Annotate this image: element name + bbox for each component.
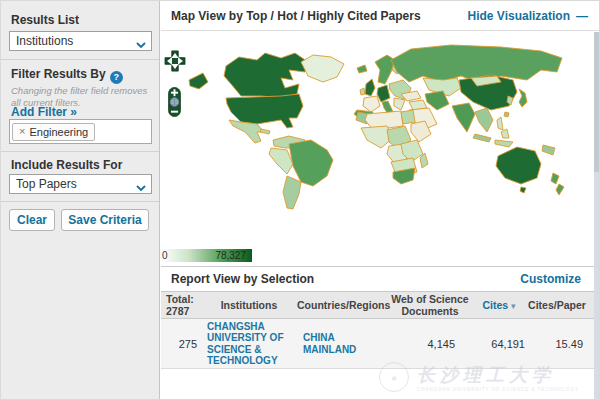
map-region-new-zealand-south[interactable]: [556, 184, 564, 195]
map-region-egypt[interactable]: [401, 110, 415, 124]
map-region-balkans[interactable]: [394, 98, 405, 110]
map-color-legend: 0 78,327: [161, 249, 252, 262]
map-region-greenland[interactable]: [301, 55, 344, 82]
results-list-selected: Institutions: [16, 34, 73, 48]
world-map[interactable]: [161, 32, 595, 265]
help-icon[interactable]: ?: [110, 71, 123, 84]
column-countries-regions: Countries/Regions: [297, 299, 389, 311]
include-results-select[interactable]: Top Papers: [9, 174, 152, 194]
map-region-papua-new-guinea[interactable]: [542, 145, 555, 155]
map-region-france[interactable]: [363, 96, 380, 112]
sidebar-divider: [1, 151, 159, 152]
map-region-russia[interactable]: [391, 45, 562, 82]
visualization-title: Map View by Top / Hot / Highly Cited Pap…: [171, 9, 421, 23]
map-region-peru[interactable]: [269, 148, 293, 174]
map-region-malaysia[interactable]: [473, 134, 491, 142]
visualization-header: Map View by Top / Hot / Highly Cited Pap…: [161, 1, 600, 31]
results-list-select[interactable]: Institutions: [9, 31, 152, 51]
sidebar-divider: [1, 201, 159, 202]
map-region-taiwan[interactable]: [504, 112, 509, 117]
results-table-header: Total: 2787 Institutions Countries/Regio…: [161, 291, 595, 319]
row-cites-per-paper: 15.49: [527, 338, 595, 350]
map-region-new-zealand-north[interactable]: [551, 173, 559, 184]
map-region-japan[interactable]: [519, 89, 527, 107]
legend-max-value: 78,327: [215, 250, 246, 261]
map-region-philippines[interactable]: [497, 117, 503, 130]
table-row: 275 CHANGSHA UNIVERSITY OF SCIENCE & TEC…: [161, 319, 595, 369]
map-region-brazil[interactable]: [289, 140, 333, 186]
map-region-uk[interactable]: [365, 79, 375, 96]
column-total: Total: 2787: [161, 293, 201, 317]
sidebar-divider: [1, 59, 159, 60]
filter-tag-label: Engineering: [29, 126, 88, 138]
map-region-cuba[interactable]: [260, 129, 270, 134]
map-region-tasmania[interactable]: [520, 187, 526, 193]
clear-button[interactable]: Clear: [9, 209, 55, 231]
minimize-icon: —: [576, 9, 587, 23]
hide-visualization-link[interactable]: Hide Visualization —: [468, 9, 587, 23]
map-region-argentina[interactable]: [283, 176, 301, 209]
column-institutions: Institutions: [201, 299, 297, 311]
chevron-down-icon: [136, 38, 146, 52]
map-region-canada[interactable]: [224, 53, 308, 98]
chevron-down-icon: [136, 181, 146, 195]
legend-min-value: 0: [162, 250, 168, 261]
column-cites-per-paper: Cites/Paper: [527, 299, 595, 311]
world-map-container: 0 78,327: [161, 32, 595, 265]
row-cites: 64,191: [471, 338, 527, 350]
scrollbar-thumb[interactable]: [594, 32, 599, 172]
zoom-out-icon: [171, 111, 178, 113]
filter-tag-engineering[interactable]: × Engineering: [12, 123, 95, 141]
main-panel: Map View by Top / Hot / Highly Cited Pap…: [161, 1, 600, 400]
remove-tag-icon[interactable]: ×: [19, 126, 25, 137]
column-wos-documents: Web of Science Documents: [389, 293, 471, 317]
save-criteria-button[interactable]: Save Criteria: [61, 209, 149, 231]
scrollbar-track[interactable]: [594, 32, 599, 400]
map-pan-control[interactable]: [164, 49, 186, 73]
results-list-label: Results List: [11, 13, 79, 27]
map-zoom-control[interactable]: [168, 87, 181, 117]
customize-link[interactable]: Customize: [520, 272, 581, 286]
include-results-label: Include Results For: [11, 158, 122, 172]
include-results-selected: Top Papers: [16, 177, 77, 191]
map-region-ireland[interactable]: [360, 88, 365, 95]
filter-tags-box[interactable]: × Engineering: [9, 119, 152, 144]
report-header: Report View by Selection Customize: [161, 266, 595, 291]
map-region-indonesia[interactable]: [495, 140, 513, 147]
sort-down-icon: ▾: [511, 301, 516, 311]
add-filter-link[interactable]: Add Filter »: [11, 105, 77, 119]
row-count: 275: [161, 338, 201, 350]
map-region-iceland[interactable]: [357, 65, 367, 73]
map-region-borneo[interactable]: [501, 129, 509, 138]
column-cites-sort[interactable]: Cites ▾: [471, 299, 527, 311]
report-title: Report View by Selection: [171, 272, 314, 286]
map-region-alaska[interactable]: [189, 73, 208, 89]
row-wos-documents: 4,145: [389, 338, 471, 350]
map-region-india[interactable]: [452, 103, 475, 132]
filter-results-label: Filter Results By?: [11, 67, 123, 84]
map-region-germany[interactable]: [377, 85, 390, 102]
filter-sidebar: Results List Institutions Filter Results…: [1, 1, 160, 400]
country-link[interactable]: CHINA MAINLAND: [297, 332, 389, 355]
institution-link[interactable]: CHANGSHA UNIVERSITY OF SCIENCE & TECHNOL…: [201, 321, 297, 367]
app-window: Results List Institutions Filter Results…: [0, 0, 600, 400]
map-region-australia[interactable]: [496, 147, 541, 184]
map-region-southeast-asia[interactable]: [475, 108, 493, 132]
